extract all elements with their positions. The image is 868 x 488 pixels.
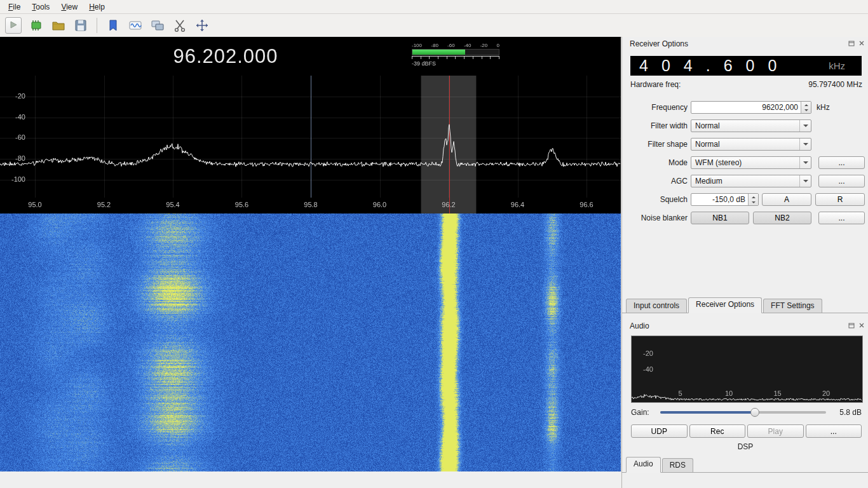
meter-fill [412,50,465,55]
filter-width-label: Filter width [627,121,688,130]
frequency-spinbox[interactable]: 96202,000 [691,101,811,114]
menu-tools[interactable]: Tools [26,1,55,13]
dock-title: Receiver Options [630,39,688,48]
audio-buttons-row: UDP Rec Play ... [631,424,862,438]
nb2-button[interactable]: NB2 [753,212,811,224]
squelch-row: Squelch -150,0 dB A R [622,193,868,207]
meter-tick: 0 [497,43,499,48]
meter-tick: -60 [447,43,455,48]
nb1-button[interactable]: NB1 [691,212,749,224]
iq-record-icon[interactable] [128,18,143,33]
spin-down-icon[interactable] [801,107,811,113]
chevron-down-icon [799,120,811,132]
chevron-down-icon [799,157,811,168]
gain-slider-fill [660,411,755,414]
audio-y-tick: -20 [632,349,653,357]
noise-blanker-options-button[interactable]: ... [818,212,865,224]
filter-shape-label: Filter shape [627,140,688,149]
mode-value: WFM (stereo) [695,158,742,167]
signal-strength-meter: -100 -80 -60 -40 -20 0 -39 dBFS [412,43,499,67]
spin-up-icon[interactable] [801,102,811,107]
menu-view[interactable]: View [55,1,83,13]
noise-blanker-row: Noise blanker NB1 NB2 ... [622,211,868,225]
dsp-chip-icon[interactable] [29,18,44,33]
squelch-reset-button[interactable]: R [815,193,865,206]
x-axis-tick: 95.4 [160,201,186,208]
spin-buttons[interactable] [748,194,758,205]
rec-button[interactable]: Rec [689,424,746,438]
meter-tick: -100 [412,43,422,48]
x-axis-tick: 96.6 [574,201,599,208]
filter-width-combobox[interactable]: Normal [691,119,811,132]
agc-value: Medium [695,177,722,186]
mode-row: Mode WFM (stereo) ... [622,156,868,170]
float-dock-icon[interactable] [848,39,855,47]
udp-button[interactable]: UDP [631,424,688,438]
meter-tick-labels: -100 -80 -60 -40 -20 0 [412,43,499,48]
menu-file[interactable]: File [3,1,26,13]
receiver-dock-tabbar: Input controls Receiver Options FFT Sett… [622,298,868,313]
mode-label: Mode [627,158,688,167]
toolbar [0,14,868,37]
save-icon[interactable] [73,18,88,33]
meter-value: -39 dBFS [412,60,499,67]
squelch-spinbox[interactable]: -150,0 dB [691,193,759,206]
filter-shape-combobox[interactable]: Normal [691,138,811,151]
x-axis-tick: 95.2 [92,201,117,208]
squelch-auto-button[interactable]: A [762,193,811,206]
chevron-down-icon [799,175,811,187]
audio-y-tick: -40 [632,365,653,373]
tab-audio[interactable]: Audio [626,457,661,473]
audio-spectrum-display[interactable]: -20 -40 5 10 15 20 [631,336,863,403]
filter-shape-value: Normal [695,140,720,149]
audio-gain-row: Gain: 5.8 dB [631,407,862,418]
spectrum-display[interactable]: 96.202.000 -100 -80 -60 -40 -20 0 -39 dB… [0,37,621,214]
frequency-value[interactable]: 96202,000 [691,103,801,112]
lcd-frequency-display[interactable]: 404.600 kHz [630,56,862,76]
cut-icon[interactable] [172,18,187,33]
spin-up-icon[interactable] [749,194,758,200]
gain-slider-handle[interactable] [750,408,759,417]
receiver-options-dock-header: Receiver Options [622,37,868,53]
play-button: Play [747,424,804,438]
hardware-freq-value: 95.797400 MHz [808,80,862,89]
x-axis-tick: 96.0 [367,201,393,208]
io-devices-icon[interactable] [150,18,165,33]
start-dsp-button[interactable] [5,17,22,34]
mode-combobox[interactable]: WFM (stereo) [691,156,811,169]
waterfall-display[interactable] [0,214,621,471]
menu-help[interactable]: Help [83,1,111,13]
bookmarks-icon[interactable] [105,18,121,33]
close-dock-icon[interactable] [858,39,865,47]
agc-combobox[interactable]: Medium [691,175,811,187]
open-folder-icon[interactable] [51,18,66,33]
menubar: File Tools View Help [0,0,868,14]
retune-icon[interactable] [194,18,210,33]
x-axis-tick: 96.4 [505,201,531,208]
tab-fft-settings[interactable]: FFT Settings [763,299,822,313]
meter-tick: -80 [431,43,438,48]
lcd-unit: kHz [829,60,845,71]
tab-rds[interactable]: RDS [662,458,693,472]
audio-x-tick: 20 [821,390,831,397]
agc-options-button[interactable]: ... [818,175,865,187]
audio-x-tick: 15 [773,390,783,397]
filter-width-row: Filter width Normal [622,119,868,133]
spin-buttons[interactable] [801,102,811,113]
gain-slider[interactable] [660,408,826,417]
audio-options-button[interactable]: ... [806,424,862,438]
y-axis-tick: -80 [3,154,25,162]
tab-input-controls[interactable]: Input controls [626,299,687,313]
spin-down-icon[interactable] [749,200,758,205]
mode-options-button[interactable]: ... [818,156,865,169]
float-dock-icon[interactable] [848,322,855,329]
lcd-digits[interactable]: 404.600 [630,57,829,75]
y-axis-tick: -20 [3,92,25,100]
y-axis-tick: -60 [3,133,25,141]
squelch-value[interactable]: -150,0 dB [691,195,748,204]
meter-tick: -40 [464,43,471,48]
close-dock-icon[interactable] [858,322,865,329]
hardware-freq-label: Hardware freq: [630,80,681,89]
meter-scale [412,56,499,59]
tab-receiver-options[interactable]: Receiver Options [688,297,762,313]
